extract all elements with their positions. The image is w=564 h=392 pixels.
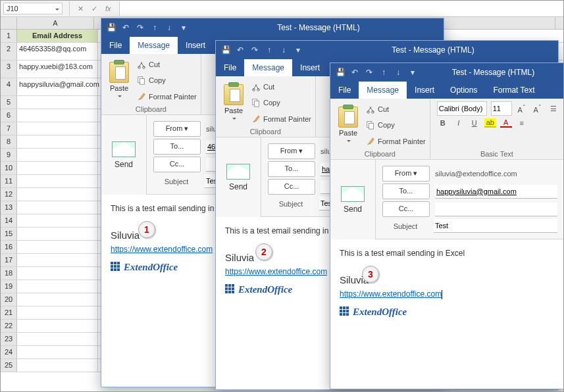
row-header[interactable]: 21 — [1, 306, 17, 319]
row-header[interactable]: 22 — [1, 320, 17, 332]
tab-message[interactable]: Message — [244, 59, 292, 76]
redo-icon[interactable]: ↷ — [133, 18, 147, 37]
row-header[interactable]: 23 — [1, 333, 17, 345]
redo-icon[interactable]: ↷ — [362, 63, 376, 82]
qat-more-icon[interactable]: ▾ — [405, 63, 420, 82]
row-header[interactable]: 14 — [1, 214, 17, 227]
cell[interactable] — [17, 188, 98, 201]
bullets-icon[interactable]: ☰ — [548, 105, 559, 113]
shrink-font-icon[interactable]: A˅ — [532, 103, 544, 114]
tab-format-text[interactable]: Format Text — [485, 82, 542, 99]
cc-button[interactable]: Cc... — [153, 157, 201, 172]
cc-button[interactable]: Cc... — [382, 201, 430, 217]
prev-icon[interactable]: ↑ — [376, 63, 391, 82]
tab-file[interactable]: File — [330, 82, 359, 99]
copy-button[interactable]: Copy — [366, 118, 426, 132]
copy-button[interactable]: Copy — [251, 96, 311, 109]
row-header[interactable]: 18 — [1, 267, 17, 280]
cell[interactable]: happysiluvia@gmail.com — [17, 78, 98, 95]
row-header[interactable]: 16 — [1, 241, 17, 253]
next-icon[interactable]: ↓ — [391, 63, 405, 82]
paste-button[interactable]: Paste — [105, 57, 133, 105]
tab-message[interactable]: Message — [359, 82, 407, 99]
cell[interactable] — [17, 293, 98, 306]
format-painter-button[interactable]: Format Painter — [251, 112, 311, 126]
row-header[interactable]: 6 — [1, 109, 17, 122]
cc-field[interactable] — [435, 203, 557, 216]
select-all-corner[interactable] — [1, 17, 17, 29]
undo-icon[interactable]: ↶ — [233, 41, 247, 59]
save-icon[interactable]: 💾 — [333, 63, 347, 82]
cell[interactable] — [17, 267, 98, 280]
cc-button[interactable]: Cc... — [268, 179, 315, 195]
format-painter-button[interactable]: Format Painter — [366, 135, 426, 148]
signature-link[interactable]: https://www.extendoffice.com — [340, 289, 442, 299]
from-button[interactable]: From ▾ — [382, 166, 430, 182]
row-header[interactable]: 2 — [1, 43, 17, 60]
row-header[interactable]: 17 — [1, 254, 17, 266]
cell[interactable] — [17, 320, 98, 332]
qat-more-icon[interactable]: ▾ — [291, 41, 305, 59]
paste-button[interactable]: Paste — [220, 79, 247, 127]
copy-button[interactable]: Copy — [137, 74, 197, 87]
name-box[interactable]: J10 — [3, 3, 63, 14]
row-header[interactable]: 9 — [1, 149, 17, 161]
row-header[interactable]: 7 — [1, 122, 17, 135]
row-header[interactable]: 20 — [1, 293, 17, 306]
row-header[interactable]: 10 — [1, 162, 17, 174]
cell[interactable] — [17, 162, 98, 174]
tab-message[interactable]: Message — [130, 37, 178, 54]
from-button[interactable]: From ▾ — [153, 121, 201, 137]
cell[interactable] — [17, 333, 98, 345]
row-header[interactable]: 1 — [1, 30, 17, 42]
cut-button[interactable]: Cut — [366, 103, 426, 116]
column-header-a[interactable]: A — [17, 17, 94, 29]
tab-insert[interactable]: Insert — [292, 59, 328, 76]
row-header[interactable]: 5 — [1, 96, 17, 109]
undo-icon[interactable]: ↶ — [347, 63, 362, 82]
to-button[interactable]: To... — [382, 184, 430, 199]
italic-button[interactable]: I — [453, 119, 465, 127]
cell[interactable] — [17, 254, 98, 266]
cell[interactable]: happy.xuebi@163.com — [17, 61, 98, 78]
to-button[interactable]: To... — [153, 139, 201, 155]
send-button[interactable]: Send — [330, 160, 376, 239]
undo-icon[interactable]: ↶ — [118, 18, 133, 37]
tab-insert[interactable]: Insert — [407, 82, 442, 99]
row-header[interactable]: 8 — [1, 135, 17, 148]
cell[interactable] — [17, 214, 98, 227]
from-button[interactable]: From ▾ — [268, 143, 315, 159]
row-header[interactable]: 24 — [1, 346, 17, 358]
row-header[interactable]: 11 — [1, 175, 17, 187]
cell[interactable]: Email Address — [17, 30, 98, 42]
cell[interactable] — [17, 135, 98, 148]
cut-button[interactable]: Cut — [137, 58, 197, 71]
grow-font-icon[interactable]: A˄ — [516, 103, 528, 114]
font-size-input[interactable] — [491, 101, 512, 116]
cell[interactable] — [17, 346, 98, 358]
cell[interactable] — [17, 109, 98, 122]
cell[interactable] — [17, 175, 98, 187]
signature-link[interactable]: https://www.extendoffice.com — [225, 267, 327, 276]
qat-more-icon[interactable]: ▾ — [176, 18, 191, 37]
save-icon[interactable]: 💾 — [218, 41, 233, 59]
cell[interactable] — [17, 201, 98, 214]
subject-field[interactable] — [434, 219, 557, 233]
bold-button[interactable]: B — [437, 119, 449, 127]
row-header[interactable]: 19 — [1, 280, 17, 293]
fx-button[interactable]: fx — [101, 5, 115, 12]
prev-icon[interactable]: ↑ — [147, 18, 162, 37]
tab-file[interactable]: File — [101, 37, 130, 54]
to-button[interactable]: To... — [268, 161, 315, 177]
row-header[interactable]: 15 — [1, 228, 17, 240]
cell[interactable]: 464653358@qq.com — [17, 43, 98, 60]
to-field[interactable] — [435, 185, 557, 199]
row-header[interactable]: 4 — [1, 78, 17, 95]
next-icon[interactable]: ↓ — [162, 18, 176, 37]
tab-options[interactable]: Options — [442, 82, 485, 99]
font-name-input[interactable] — [437, 101, 487, 116]
cell[interactable] — [17, 359, 98, 372]
tab-insert[interactable]: Insert — [178, 37, 213, 54]
cell[interactable] — [17, 96, 98, 109]
align-icon[interactable]: ≡ — [516, 119, 528, 127]
